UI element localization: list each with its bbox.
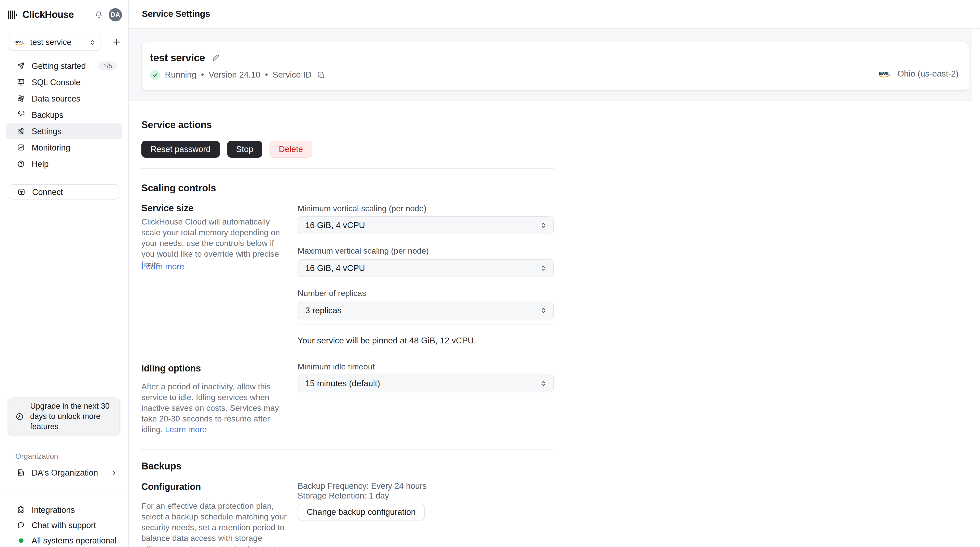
stop-service-button[interactable]: Stop (227, 141, 262, 157)
bell-icon (94, 10, 103, 19)
sidebar-divider (0, 491, 128, 491)
add-service-button[interactable] (112, 38, 121, 46)
change-backup-configuration-button[interactable]: Change backup configuration (298, 504, 425, 520)
getting-started-progress-badge: 1/5 (99, 61, 117, 71)
service-id-label: Service ID (272, 70, 312, 80)
chevron-updown-icon (539, 307, 547, 314)
sidebar-item-sql-console[interactable]: SQL Console (6, 74, 122, 90)
max-scaling-label: Maximum vertical scaling (per node) (298, 246, 429, 256)
copy-icon (317, 71, 326, 80)
service-actions-title: Service actions (142, 119, 212, 130)
clickhouse-logo-icon (8, 10, 18, 20)
column-divider (298, 324, 554, 325)
sidebar-item-integrations[interactable]: Integrations (6, 502, 122, 517)
user-avatar[interactable]: DA (109, 8, 122, 21)
footer-item-label: Chat with support (32, 520, 96, 530)
chevron-updown-icon (539, 380, 547, 387)
service-version: Version 24.10 (208, 70, 260, 80)
sidebar-item-label: Help (32, 159, 49, 169)
reset-password-button[interactable]: Reset password (142, 141, 220, 157)
sidebar-footer: Integrations Chat with support All syste… (6, 502, 122, 547)
idling-options-title: Idling options (142, 363, 201, 374)
sidebar-item-backups[interactable]: Backups (6, 107, 122, 123)
copy-service-id-button[interactable] (317, 71, 326, 80)
sql-console-icon (17, 78, 25, 86)
pencil-icon (210, 54, 219, 62)
delete-service-button[interactable]: Delete (270, 141, 312, 157)
sidebar-item-getting-started[interactable]: Getting started 1/5 (6, 58, 122, 74)
puzzle-icon (17, 506, 25, 514)
chevron-right-icon (110, 469, 118, 476)
pinned-note: Your service will be pinned at 48 GiB, 1… (298, 336, 476, 346)
replicas-value: 3 replicas (305, 305, 342, 316)
service-card: test service Running • Version 24.10 (142, 42, 969, 91)
clickhouse-cloud-app: ClickHouse DA aws test service (0, 0, 980, 547)
building-icon (17, 468, 25, 477)
status-check-icon (150, 70, 160, 80)
min-vertical-scaling-select[interactable]: 16 GiB, 4 vCPU (298, 216, 554, 234)
chevron-updown-icon (539, 264, 547, 272)
monitoring-icon (17, 143, 25, 151)
scaling-controls-title: Scaling controls (142, 183, 216, 194)
home-logo[interactable]: ClickHouse (8, 9, 74, 21)
backup-description: For an effective data protection plan, s… (142, 501, 288, 547)
footer-item-label: All systems operational (32, 536, 117, 545)
connect-icon (18, 188, 25, 196)
service-hero-band: test service Running • Version 24.10 (129, 29, 972, 101)
footer-item-label: Integrations (32, 505, 75, 515)
sidebar-item-data-sources[interactable]: Data sources (6, 90, 122, 107)
aws-logo-icon: aws (14, 38, 25, 46)
edit-service-name-button[interactable] (210, 54, 219, 62)
organization-section-label: Organization (15, 452, 58, 460)
status-green-dot (19, 538, 23, 543)
storage-retention: Storage Retention: 1 day (298, 491, 389, 501)
sidebar-item-label: Data sources (32, 94, 80, 103)
region-name: Ohio (us-east-2) (897, 69, 959, 79)
chevron-updown-icon (89, 38, 96, 46)
min-scaling-label: Minimum vertical scaling (per node) (298, 204, 426, 213)
backup-configuration-title: Configuration (142, 482, 201, 492)
backups-title: Backups (142, 461, 181, 472)
sidebar-item-label: Settings (32, 126, 62, 136)
sidebar-item-label: SQL Console (32, 77, 80, 87)
sidebar-nav: Getting started 1/5 SQL Console Data sou… (6, 58, 122, 172)
sidebar-item-help[interactable]: Help (6, 156, 122, 172)
system-status-link[interactable]: All systems operational (6, 533, 122, 547)
section-divider (142, 449, 554, 450)
sidebar-item-chat-support[interactable]: Chat with support (6, 517, 122, 533)
upgrade-notice[interactable]: Upgrade in the next 30 days to unlock mo… (8, 398, 120, 435)
aws-logo-icon: aws (878, 70, 892, 78)
max-vertical-scaling-select[interactable]: 16 GiB, 4 vCPU (298, 259, 554, 277)
chat-bubble-icon (17, 521, 25, 529)
replicas-select[interactable]: 3 replicas (298, 302, 554, 320)
service-selector[interactable]: aws test service (9, 34, 101, 51)
sidebar-item-monitoring[interactable]: Monitoring (6, 139, 122, 156)
replicas-label: Number of replicas (298, 289, 366, 298)
organization-name: DA's Organization (32, 467, 98, 477)
backups-icon (17, 111, 25, 119)
connect-button[interactable]: Connect (9, 184, 119, 199)
idle-timeout-select[interactable]: 15 minutes (default) (298, 375, 554, 393)
chevron-updown-icon (539, 221, 547, 229)
backup-frequency: Backup Frequency: Every 24 hours (298, 481, 427, 491)
idling-learn-more-link[interactable]: Learn more (165, 425, 207, 434)
data-sources-icon (17, 94, 25, 103)
top-bar: Service Settings (129, 0, 980, 29)
service-name: test service (150, 52, 205, 64)
organization-switcher[interactable]: DA's Organization (6, 464, 122, 481)
sidebar: ClickHouse DA aws test service (0, 0, 129, 547)
max-scaling-value: 16 GiB, 4 vCPU (305, 263, 365, 273)
region-indicator: aws Ohio (us-east-2) (878, 69, 959, 79)
rocket-icon (17, 62, 25, 70)
idling-description-text: After a period of inactivity, allow this… (142, 382, 279, 434)
notifications-button[interactable] (94, 10, 103, 19)
help-icon (17, 160, 25, 168)
brand-name: ClickHouse (22, 9, 74, 21)
sidebar-item-label: Getting started (32, 61, 86, 71)
sidebar-item-label: Backups (32, 110, 63, 120)
settings-icon (17, 127, 25, 135)
selected-service-name: test service (30, 38, 84, 47)
sidebar-item-settings[interactable]: Settings (6, 123, 122, 139)
scaling-learn-more-link[interactable]: Learn more (142, 262, 184, 272)
main-content: Service Settings test service (129, 0, 980, 547)
